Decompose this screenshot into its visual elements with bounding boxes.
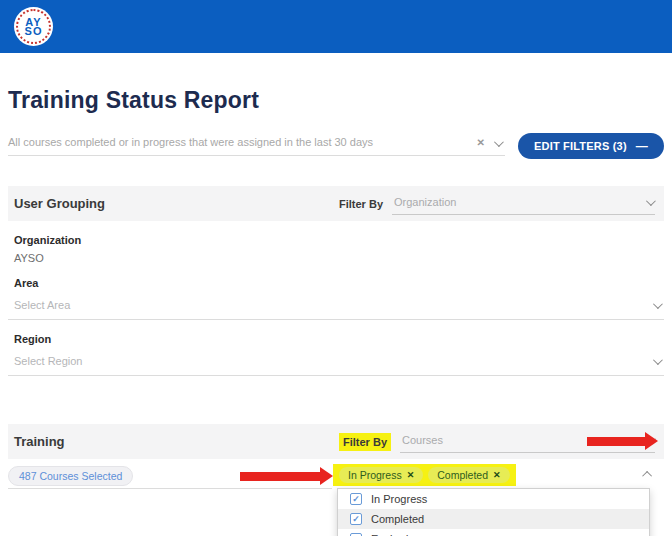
- checkbox-checked-icon[interactable]: ✓: [350, 493, 362, 505]
- region-select[interactable]: Select Region: [8, 355, 664, 376]
- area-select[interactable]: Select Area: [8, 299, 664, 320]
- chevron-down-icon[interactable]: [646, 196, 656, 206]
- chevron-down-icon[interactable]: [653, 355, 663, 365]
- chip-completed[interactable]: Completed ✕: [428, 467, 509, 483]
- saved-filter-description: All courses completed or in progress tha…: [8, 136, 373, 148]
- area-field: Area Select Area: [8, 277, 664, 320]
- option-in-progress[interactable]: ✓ In Progress: [338, 489, 649, 509]
- red-arrow-annotation: [587, 437, 645, 446]
- training-filter-placeholder: Courses: [402, 434, 443, 446]
- organization-label: Organization: [14, 234, 664, 246]
- user-grouping-filter-select[interactable]: Organization: [392, 192, 655, 215]
- area-label: Area: [14, 277, 664, 289]
- edit-filters-button[interactable]: EDIT FILTERS (3) —: [518, 133, 664, 159]
- remove-chip-icon[interactable]: ✕: [407, 470, 415, 480]
- chevron-down-icon[interactable]: [653, 299, 663, 309]
- clear-filter-icon[interactable]: ✕: [477, 138, 485, 148]
- training-selection-row: 487 Courses Selected In Progress ✕ Compl…: [8, 463, 664, 489]
- option-completed-label: Completed: [371, 513, 424, 525]
- status-dropdown: ✓ In Progress ✓ Completed Expired: [337, 488, 650, 536]
- user-grouping-filter-placeholder: Organization: [394, 196, 456, 208]
- region-placeholder: Select Region: [14, 355, 83, 367]
- region-field: Region Select Region: [8, 333, 664, 376]
- option-completed[interactable]: ✓ Completed: [338, 509, 649, 529]
- option-in-progress-label: In Progress: [371, 493, 427, 505]
- section-user-grouping-bar: User Grouping Filter By Organization: [8, 186, 664, 221]
- minus-icon: —: [636, 139, 648, 153]
- app-header: AY SO: [0, 0, 672, 53]
- chip-in-progress[interactable]: In Progress ✕: [339, 467, 423, 483]
- checkbox-checked-icon[interactable]: ✓: [350, 513, 362, 525]
- remove-chip-icon[interactable]: ✕: [493, 470, 501, 480]
- area-placeholder: Select Area: [14, 299, 70, 311]
- section-title-user-grouping: User Grouping: [14, 196, 339, 211]
- filter-by-label-highlighted: Filter By: [339, 433, 391, 451]
- ayso-logo[interactable]: AY SO: [14, 7, 53, 46]
- page-title: Training Status Report: [8, 87, 664, 114]
- section-training-bar: Training Filter By Courses: [8, 424, 664, 459]
- option-expired[interactable]: Expired: [338, 529, 649, 536]
- logo-red-ring: [16, 9, 51, 44]
- filter-by-label: Filter By: [339, 198, 383, 210]
- chevron-down-icon[interactable]: [494, 137, 504, 147]
- organization-value: AYSO: [14, 252, 664, 264]
- courses-select-underline: [8, 488, 332, 489]
- chip-completed-label: Completed: [437, 469, 488, 481]
- red-arrow-annotation: [240, 472, 320, 481]
- edit-filters-label: EDIT FILTERS (3): [534, 140, 627, 152]
- highlighted-chips-box: In Progress ✕ Completed ✕: [333, 464, 516, 486]
- organization-field: Organization AYSO: [8, 234, 664, 264]
- region-label: Region: [14, 333, 664, 345]
- report-page: Training Status Report All courses compl…: [0, 87, 672, 536]
- chip-in-progress-label: In Progress: [348, 469, 402, 481]
- section-title-training: Training: [14, 434, 339, 449]
- chevron-up-icon[interactable]: [642, 471, 652, 481]
- courses-selected-chip[interactable]: 487 Courses Selected: [8, 466, 133, 486]
- saved-filter-row: All courses completed or in progress tha…: [8, 133, 664, 159]
- saved-filter-select[interactable]: All courses completed or in progress tha…: [8, 136, 505, 156]
